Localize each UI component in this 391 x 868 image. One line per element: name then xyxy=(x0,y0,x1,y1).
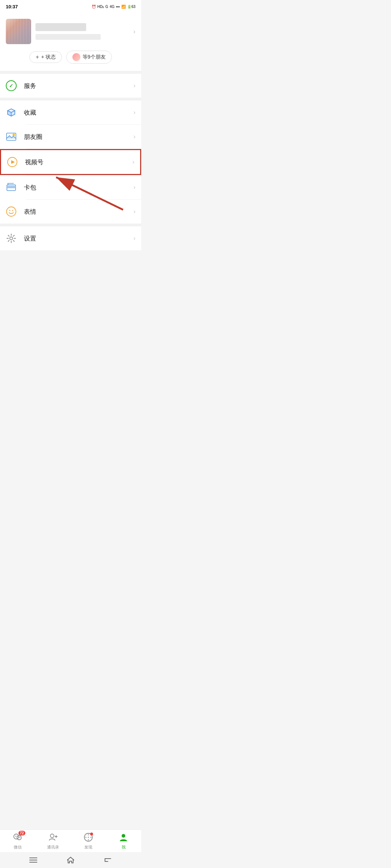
section-divider-2 xyxy=(0,98,141,101)
alarm-icon: ⏰ xyxy=(92,5,96,9)
status-icons: ⏰ HD₂ G 4G ▪▪▪ 📶 🔋63 xyxy=(92,5,135,9)
status-badges-row: + + 状态 等9个朋友 xyxy=(6,51,135,64)
menu-item-card-left: 卡包 xyxy=(6,182,36,193)
channels-chevron-icon: › xyxy=(133,159,134,165)
friends-count-label: 等9个朋友 xyxy=(83,54,106,60)
bottom-spacer xyxy=(0,250,141,279)
service-chevron-icon: › xyxy=(134,82,135,89)
emoji-icon xyxy=(6,206,17,217)
profile-id-blur xyxy=(35,34,101,40)
profile-section: › + + 状态 等9个朋友 xyxy=(0,12,141,71)
section-divider-1 xyxy=(0,71,141,74)
emoji-chevron-icon: › xyxy=(134,208,135,215)
menu-item-card-wallet[interactable]: 卡包 › xyxy=(0,175,141,199)
menu-item-service-left: 服务 xyxy=(6,80,36,91)
settings-chevron-icon: › xyxy=(134,235,135,242)
svg-point-15 xyxy=(7,207,16,216)
wifi-icon: 📶 xyxy=(121,5,126,9)
settings-label: 设置 xyxy=(24,234,36,243)
card-wallet-label: 卡包 xyxy=(24,183,36,192)
menu-item-channels[interactable]: 视频号 › xyxy=(0,149,141,175)
section-divider-3 xyxy=(0,224,141,226)
moments-label: 朋友圈 xyxy=(24,133,42,141)
menu-item-moments-left: 朋友圈 xyxy=(6,131,42,142)
profile-info xyxy=(35,23,133,40)
menu-item-service[interactable]: 服务 › xyxy=(0,74,141,98)
avatar xyxy=(6,19,31,44)
svg-point-6 xyxy=(13,134,15,136)
add-status-label: + 状态 xyxy=(41,54,56,60)
friend-avatar-icon xyxy=(72,53,80,61)
menu-section-3: 设置 › xyxy=(0,226,141,250)
service-icon xyxy=(6,80,17,91)
battery-icon: 🔋63 xyxy=(127,5,135,9)
favorites-chevron-icon: › xyxy=(134,109,135,116)
moments-chevron-icon: › xyxy=(134,133,135,140)
svg-point-17 xyxy=(12,210,13,211)
card-wallet-icon xyxy=(6,182,17,193)
card-wallet-chevron-icon: › xyxy=(134,184,135,191)
signal-4g-icon: 4G xyxy=(110,5,114,9)
channels-label: 视频号 xyxy=(25,158,43,166)
plus-icon: + xyxy=(35,54,39,60)
service-label: 服务 xyxy=(24,82,36,90)
status-bar: 10:37 ⏰ HD₂ G 4G ▪▪▪ 📶 🔋63 xyxy=(0,0,141,12)
svg-point-18 xyxy=(10,237,13,240)
favorites-icon xyxy=(6,107,17,118)
menu-item-channels-left: 视频号 xyxy=(7,157,43,167)
svg-marker-8 xyxy=(11,160,15,164)
profile-chevron-icon[interactable]: › xyxy=(133,28,135,35)
menu-section-2: 收藏 › 朋友圈 › xyxy=(0,101,141,224)
profile-name-blur xyxy=(35,23,86,31)
svg-point-16 xyxy=(9,210,10,211)
channels-icon xyxy=(7,157,18,167)
menu-section-1: 服务 › xyxy=(0,74,141,98)
add-status-button[interactable]: + + 状态 xyxy=(29,51,62,63)
menu-item-settings[interactable]: 设置 › xyxy=(0,226,141,250)
signal-g-icon: G xyxy=(105,5,108,9)
settings-icon xyxy=(6,233,17,244)
profile-avatar-area xyxy=(6,19,133,44)
menu-item-moments[interactable]: 朋友圈 › xyxy=(0,125,141,149)
status-time: 10:37 xyxy=(6,4,18,9)
emoji-label: 表情 xyxy=(24,208,36,216)
hd-icon: HD₂ xyxy=(97,5,104,9)
menu-item-emoji-left: 表情 xyxy=(6,206,36,217)
favorites-label: 收藏 xyxy=(24,109,36,117)
profile-row[interactable]: › xyxy=(6,19,135,44)
menu-item-emoji[interactable]: 表情 › xyxy=(0,200,141,224)
moments-icon xyxy=(6,131,17,142)
menu-item-favorites[interactable]: 收藏 › xyxy=(0,101,141,124)
friends-status-button[interactable]: 等9个朋友 xyxy=(66,51,112,64)
menu-item-settings-left: 设置 xyxy=(6,233,36,244)
menu-item-favorites-left: 收藏 xyxy=(6,107,36,118)
signal-bars-icon: ▪▪▪ xyxy=(116,5,120,9)
